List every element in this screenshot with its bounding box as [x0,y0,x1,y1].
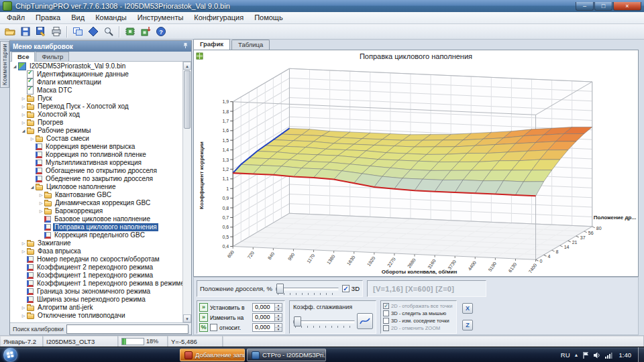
tree-expander-icon[interactable]: ▷ [29,135,36,143]
windows-button[interactable] [70,25,85,39]
view-3d-checkbox[interactable]: ✓ 3D [342,285,360,292]
tree-item[interactable]: Коэффициент 1 переходного режима [10,272,182,280]
tree-expander-icon[interactable]: ▷ [38,191,44,199]
option-checkbox-1[interactable]: 3D - следить за мышью [383,310,454,317]
maximize-button[interactable]: □ [594,2,612,11]
slider-thumb[interactable] [294,316,301,326]
tree-expander-icon[interactable]: ▷ [20,304,27,312]
close-button[interactable]: × [613,2,641,11]
open-file-button[interactable] [3,25,17,39]
tree-item[interactable]: ▷Прогрев [10,119,182,127]
print-button[interactable] [49,25,63,39]
tree-expander-icon[interactable]: ◢ [11,62,18,70]
relative-checkbox[interactable] [210,324,217,331]
tree-item[interactable]: ▷Пуск [10,95,182,103]
tree-item[interactable]: Коэффициент 2 переходного режима [10,263,182,272]
network-icon[interactable] [604,351,612,359]
spinner-arrows[interactable]: ▲▼ [274,304,282,311]
save-as-button[interactable] [34,25,48,39]
hidden-icons-chevron[interactable]: ▲ [574,353,579,357]
tree-scrollbar[interactable]: ▲ ▼ [182,62,191,322]
tree-item[interactable]: ▷Переход Пуск - Холостой ход [10,103,182,111]
save-button[interactable] [18,25,32,39]
set-to-spinner[interactable]: 0,000 ▲▼ [252,303,282,312]
tree-item[interactable]: ▷Динамическая коррекция GBC [10,199,182,207]
menu-item-0[interactable]: Файл [1,12,30,23]
action-center-icon[interactable] [582,351,590,359]
tree-expander-icon[interactable]: ▷ [20,119,27,127]
tab-chart[interactable]: График [193,39,230,50]
tree-expander-icon[interactable]: ◢ [20,127,27,135]
tab-table[interactable]: Таблица [231,40,270,50]
axis-button-x[interactable]: X [462,303,473,314]
surface-chart[interactable]: 0,40,50,60,70,80,911,11,21,31,41,51,61,7… [194,50,638,276]
tree-expander-icon[interactable]: ▷ [38,199,44,207]
apply-smoothing-button[interactable] [357,313,373,329]
tree-item[interactable]: Базовое цикловое наполнение [10,215,182,223]
taskbar-clock[interactable]: 1:40 [616,351,635,359]
tree-item[interactable]: Коррекция по топливной пленке [10,151,182,159]
tree-item[interactable]: ▷Зажигание [10,239,182,247]
tree-item[interactable]: Ширина зоны переходного режима [10,296,182,304]
help-button[interactable]: ? [154,25,168,39]
tree-item[interactable]: ▷Алгоритм anti-jerk [10,304,182,312]
taskbar-window-button-1[interactable]: CTPro - I205DM53Pri... [247,349,326,361]
menu-item-2[interactable]: Вид [66,12,90,23]
tree-item[interactable]: Коррекция предельного GBC [10,231,182,239]
scroll-up-icon[interactable]: ▲ [183,62,191,70]
menu-item-1[interactable]: Правка [30,12,66,23]
tree-item[interactable]: Коррекция времени впрыска [10,143,182,151]
tree-item[interactable]: Флаги комплектации [10,78,182,86]
tree-item[interactable]: ▷Квантование GBC [10,191,182,199]
menu-item-5[interactable]: Конфигурация [189,12,249,23]
spinner-arrows[interactable]: ▲▼ [274,324,282,331]
tree-item[interactable]: Граница зоны экономичного режима [10,288,182,296]
pin-icon[interactable] [182,42,189,50]
option-checkbox-0[interactable]: ✓2D - отображать все точки [383,302,454,310]
tree-expander-icon[interactable]: ▷ [20,312,27,320]
tree-expander-icon[interactable]: ▷ [20,103,27,111]
read-ecu-button[interactable] [123,25,137,39]
show-desktop-button[interactable] [638,347,644,362]
tree-item[interactable]: Номер передачи по скорости/оборотам [10,255,182,263]
tree-expander-icon[interactable]: ▷ [20,239,27,247]
taskbar-window-button-0[interactable]: Добавление записи ... [180,349,245,361]
write-ecu-button[interactable] [138,25,152,39]
menu-item-4[interactable]: Инструменты [132,12,189,23]
tree-expander-icon[interactable]: ▷ [20,95,27,103]
spinner-arrows[interactable]: ▲▼ [274,314,282,321]
tree-item[interactable]: ◢Цикловое наполнение [10,183,182,191]
smoothing-slider[interactable] [292,316,356,328]
tree-item[interactable]: ▷Холостой ход [10,111,182,119]
sidebar-tab-all[interactable]: Все [11,52,35,62]
zoom-button[interactable] [101,25,115,39]
sidebar-tab-filter[interactable]: Фильтр [36,52,69,61]
option-checkbox-3[interactable]: 2D - отменить ZOOM [383,324,454,332]
language-indicator[interactable]: RU [561,351,570,359]
tree-expander-icon[interactable]: ◢ [29,183,36,191]
tree-item[interactable]: ▷Фаза впрыска [10,247,182,255]
tree-item[interactable]: ◢I205DM53Priorastok_Val 9.0.bin [10,62,182,70]
tree-expander-icon[interactable]: ▷ [20,111,27,119]
menu-item-6[interactable]: Помощь [249,12,288,23]
comments-vertical-tab[interactable]: Комментарии [0,41,9,88]
axis-button-z[interactable]: Z [462,320,473,330]
change-by-spinner[interactable]: 0,000 ▲▼ [252,313,282,322]
tree-item[interactable]: ▷Состав смеси [10,135,182,143]
option-checkbox-2[interactable]: 3D - изм. соседние точки [383,317,454,324]
tree-item[interactable]: Идентификационные данные [10,70,182,78]
tree-expander-icon[interactable]: ▷ [38,207,44,215]
minimize-button[interactable]: – [576,2,594,11]
tree-item[interactable]: Обеднение по закрытию дросселя [10,175,182,183]
volume-icon[interactable] [593,351,601,359]
start-button[interactable] [3,348,17,362]
spin-down-icon[interactable]: ▼ [275,328,282,331]
tree-item[interactable]: Мультипликативная коррекция [10,159,182,167]
tree-item[interactable]: Маска DTC [10,86,182,95]
tree-item[interactable]: Поправка циклового наполнения [10,223,182,231]
throttle-slider[interactable] [275,283,339,295]
scroll-down-icon[interactable]: ▼ [183,314,191,322]
spin-down-icon[interactable]: ▼ [275,318,282,321]
scrollbar-thumb[interactable] [184,70,191,129]
tree-item[interactable]: ◢Рабочие режимы [10,127,182,135]
